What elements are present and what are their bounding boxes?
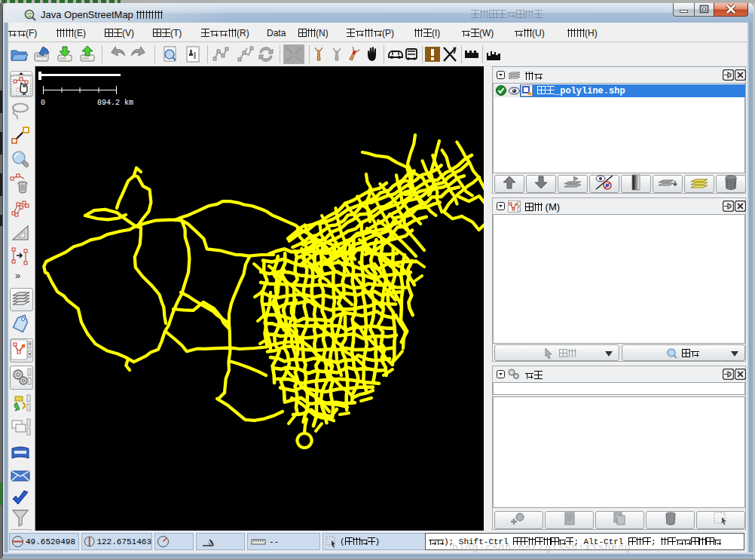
svg-text:894.2 km: 894.2 km xyxy=(97,99,133,107)
svg-text:0: 0 xyxy=(41,99,45,107)
svg-text:»: » xyxy=(15,270,20,280)
